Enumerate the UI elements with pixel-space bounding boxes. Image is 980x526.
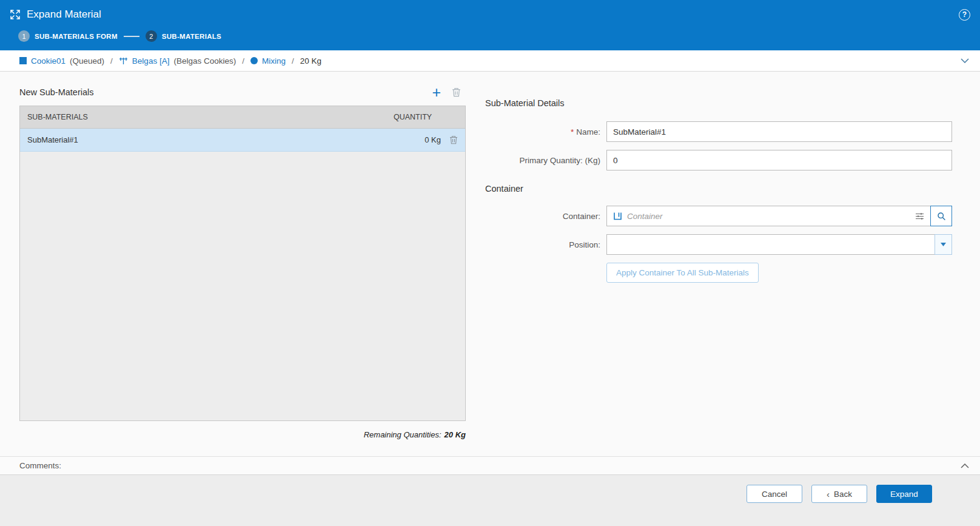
table-toolbar: + bbox=[432, 86, 466, 98]
container-input-wrap bbox=[606, 206, 931, 226]
operation-icon bbox=[250, 57, 258, 64]
container-form: Container: bbox=[485, 206, 952, 283]
sub-materials-title: New Sub-Materials bbox=[19, 87, 94, 97]
position-dropdown-button[interactable] bbox=[935, 234, 952, 255]
container-picker bbox=[606, 206, 952, 226]
chevron-up-icon[interactable] bbox=[961, 464, 969, 468]
main-content: New Sub-Materials + SUB-MATERIALS QUANTI… bbox=[0, 72, 980, 456]
sub-materials-header: New Sub-Materials + bbox=[19, 84, 466, 101]
comments-bar[interactable]: Comments: bbox=[0, 456, 980, 475]
step-2-label: SUB-MATERIALS bbox=[162, 33, 221, 40]
table-row[interactable]: SubMaterial#1 0 Kg bbox=[20, 129, 465, 152]
details-form: *Name: Primary Quantity: (Kg) bbox=[485, 121, 952, 170]
position-input[interactable] bbox=[606, 234, 935, 255]
container-icon bbox=[613, 212, 622, 220]
order-icon bbox=[119, 57, 128, 65]
breadcrumb-separator: / bbox=[292, 56, 294, 66]
comments-label: Comments: bbox=[19, 461, 61, 470]
step-1-label: SUB-MATERIALS FORM bbox=[35, 33, 118, 40]
breadcrumb: Cookie01 (Queued) / Belgas [A] (Belgas C… bbox=[0, 50, 980, 72]
name-field[interactable] bbox=[606, 121, 952, 142]
primary-quantity-label: Primary Quantity: (Kg) bbox=[485, 156, 600, 165]
details-title: Sub-Material Details bbox=[485, 98, 952, 108]
wizard-stepper: 1 SUB-MATERIALS FORM 2 SUB-MATERIALS bbox=[10, 29, 970, 50]
column-header-sub-materials: SUB-MATERIALS bbox=[27, 113, 394, 121]
step-2-number: 2 bbox=[146, 30, 157, 42]
remaining-quantities-value: 20 Kg bbox=[445, 430, 466, 439]
table-empty-area bbox=[20, 152, 465, 420]
sub-material-quantity: 0 Kg bbox=[394, 135, 441, 144]
material-icon bbox=[19, 57, 27, 64]
step-1-number: 1 bbox=[18, 30, 30, 42]
breadcrumb-quantity: 20 Kg bbox=[300, 56, 321, 66]
step-sub-materials[interactable]: 2 SUB-MATERIALS bbox=[146, 30, 221, 42]
chevron-down-icon[interactable] bbox=[961, 58, 969, 63]
expand-material-dialog: Expand Material ? 1 SUB-MATERIALS FORM 2… bbox=[0, 0, 980, 526]
expand-button[interactable]: Expand bbox=[876, 485, 932, 503]
container-section-title: Container bbox=[485, 184, 952, 194]
position-select bbox=[606, 234, 952, 255]
add-sub-material-button[interactable]: + bbox=[432, 86, 441, 98]
sub-materials-panel: New Sub-Materials + SUB-MATERIALS QUANTI… bbox=[19, 84, 466, 456]
table-header-row: SUB-MATERIALS QUANTITY bbox=[20, 106, 465, 129]
container-label: Container: bbox=[485, 212, 600, 221]
step-connector bbox=[124, 36, 139, 37]
remaining-quantities-label: Remaining Quantities: bbox=[364, 430, 441, 439]
breadcrumb-material-status: (Queued) bbox=[70, 56, 104, 66]
expand-material-icon bbox=[10, 9, 21, 20]
footer-actions: Cancel ‹ Back Expand bbox=[0, 475, 980, 526]
breadcrumb-order-desc: (Belgas Cookies) bbox=[173, 56, 236, 66]
sub-material-name: SubMaterial#1 bbox=[27, 135, 394, 144]
delete-row-button[interactable] bbox=[441, 135, 458, 144]
step-sub-materials-form[interactable]: 1 SUB-MATERIALS FORM bbox=[18, 30, 118, 42]
column-header-quantity: QUANTITY bbox=[394, 113, 441, 121]
breadcrumb-operation[interactable]: Mixing bbox=[262, 56, 286, 66]
sub-material-details-panel: Sub-Material Details *Name: Primary Quan… bbox=[485, 84, 952, 456]
required-marker: * bbox=[571, 127, 574, 137]
help-icon[interactable]: ? bbox=[959, 9, 970, 21]
filter-icon[interactable] bbox=[915, 212, 924, 220]
breadcrumb-material[interactable]: Cookie01 bbox=[31, 56, 65, 66]
name-label: *Name: bbox=[485, 127, 600, 137]
breadcrumb-separator: / bbox=[110, 56, 113, 66]
primary-quantity-field[interactable] bbox=[606, 150, 952, 170]
back-button-label: Back bbox=[834, 490, 852, 499]
position-label: Position: bbox=[485, 240, 600, 249]
container-search-button[interactable] bbox=[930, 206, 952, 226]
remaining-quantities: Remaining Quantities:20 Kg bbox=[19, 430, 466, 439]
dialog-title: Expand Material bbox=[27, 8, 101, 21]
apply-container-button[interactable]: Apply Container To All Sub-Materials bbox=[606, 263, 759, 283]
sub-materials-table: SUB-MATERIALS QUANTITY SubMaterial#1 0 K… bbox=[19, 106, 466, 421]
column-header-actions bbox=[441, 113, 458, 121]
dialog-header: Expand Material ? 1 SUB-MATERIALS FORM 2… bbox=[0, 0, 980, 50]
container-input[interactable] bbox=[627, 212, 910, 221]
breadcrumb-separator: / bbox=[242, 56, 244, 66]
back-button[interactable]: ‹ Back bbox=[811, 485, 867, 503]
cancel-button[interactable]: Cancel bbox=[747, 485, 802, 503]
title-row: Expand Material ? bbox=[10, 0, 970, 29]
chevron-left-icon: ‹ bbox=[827, 490, 830, 499]
delete-sub-materials-button[interactable] bbox=[452, 87, 461, 97]
breadcrumb-order[interactable]: Belgas [A] bbox=[132, 56, 170, 66]
